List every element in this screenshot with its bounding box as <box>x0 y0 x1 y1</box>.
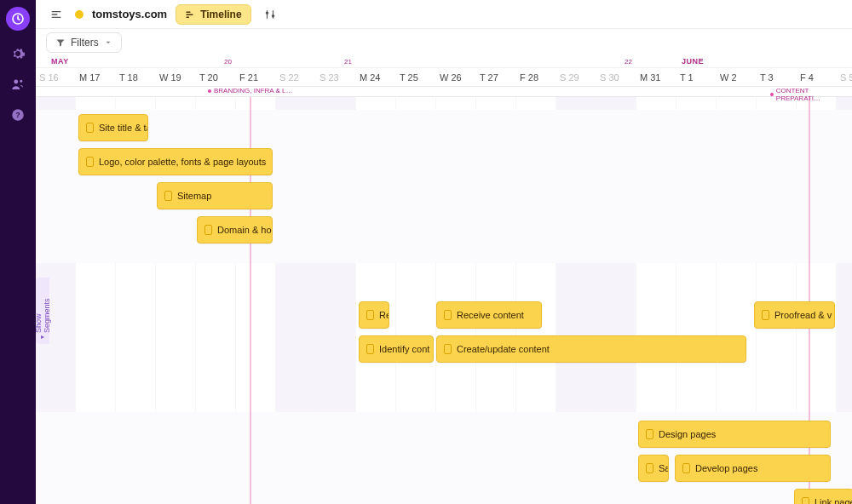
month-strip: MAYJUNE <box>36 56 852 68</box>
task-icon <box>86 123 94 133</box>
task-label: Link pages <box>815 497 852 504</box>
day-header[interactable]: S 29 <box>556 68 596 86</box>
menu-icon[interactable] <box>46 4 66 25</box>
task-icon <box>762 310 769 320</box>
day-header[interactable]: F 21 <box>236 68 276 86</box>
gear-icon[interactable] <box>10 46 26 61</box>
milestone-strip: BRANDING, INFRA & L…CONTENT PREPARATI… <box>36 87 852 97</box>
task-bar[interactable]: Develop pages <box>675 455 831 482</box>
day-header[interactable]: S 3022 <box>596 68 636 86</box>
day-header[interactable]: F 4 <box>797 68 837 86</box>
task-bar[interactable]: Sitemap <box>157 182 273 209</box>
task-icon <box>646 463 653 473</box>
task-icon <box>204 225 212 235</box>
milestone-marker[interactable]: BRANDING, INFRA & L… <box>208 87 292 94</box>
task-label: Sitemap <box>177 191 211 201</box>
header: tomstoys.com Timeline <box>36 0 852 29</box>
task-icon <box>682 463 690 473</box>
month-label: JUNE <box>682 57 704 66</box>
show-segments-tab[interactable]: Show Segments <box>36 278 49 344</box>
task-icon <box>444 310 452 320</box>
task-label: Domain & ho <box>217 225 272 235</box>
task-bar[interactable]: Sar <box>638 455 669 482</box>
day-header[interactable]: W 19 <box>156 68 196 86</box>
task-label: Design pages <box>659 429 716 439</box>
day-header[interactable]: T 1 <box>676 68 717 86</box>
project-name[interactable]: tomstoys.com <box>92 8 167 20</box>
filters-button[interactable]: Filters <box>46 32 122 53</box>
task-bar[interactable]: Link pages <box>794 489 852 504</box>
task-bar[interactable]: Identify cont <box>359 335 434 363</box>
project-color-dot <box>75 10 83 19</box>
task-label: Identify cont <box>379 344 429 354</box>
task-bar[interactable]: Logo, color palette, fonts & page layout… <box>78 148 273 175</box>
task-icon <box>366 310 374 320</box>
view-timeline-button[interactable]: Timeline <box>176 4 250 25</box>
timeline: MAYJUNE S 16M 17T 18W 19T 2020F 21S 22S … <box>36 56 852 504</box>
task-bar[interactable]: Rec <box>359 301 389 329</box>
day-header[interactable]: T 18 <box>116 68 156 86</box>
task-label: Sar <box>659 463 669 473</box>
filters-label: Filters <box>71 37 99 49</box>
svg-rect-6 <box>187 14 193 15</box>
task-label: Create/update content <box>457 344 550 354</box>
main-area: tomstoys.com Timeline Filters MAYJUNE S … <box>36 0 852 504</box>
task-label: Logo, color palette, fonts & page layout… <box>99 157 266 167</box>
task-bar[interactable]: Create/update content <box>436 335 746 363</box>
timeline-grid[interactable]: Site title & taLogo, color palette, font… <box>36 97 852 504</box>
day-header[interactable]: S 5 <box>837 68 852 86</box>
customize-icon[interactable] <box>260 4 280 25</box>
day-header[interactable]: M 24 <box>356 68 396 86</box>
day-header[interactable]: M 17 <box>76 68 116 86</box>
task-bar[interactable]: Design pages <box>638 421 831 448</box>
task-icon <box>86 157 94 167</box>
svg-point-1 <box>14 80 18 84</box>
task-bar[interactable]: Site title & ta <box>78 114 148 141</box>
day-header[interactable]: T 27 <box>476 68 516 86</box>
app-logo[interactable] <box>6 7 30 31</box>
day-header[interactable]: T 3 <box>757 68 797 86</box>
task-label: Rec <box>379 310 389 320</box>
month-label: MAY <box>51 57 69 66</box>
day-header[interactable]: F 28 <box>516 68 556 86</box>
chevron-down-icon <box>104 38 112 47</box>
people-icon[interactable] <box>10 77 26 92</box>
task-bar[interactable]: Proofread & v <box>754 301 835 329</box>
day-header[interactable]: S 22 <box>276 68 316 86</box>
svg-rect-7 <box>187 16 190 18</box>
day-header[interactable]: M 31 <box>636 68 676 86</box>
day-header[interactable]: W 2 <box>717 68 757 86</box>
svg-text:?: ? <box>15 112 20 119</box>
svg-point-9 <box>272 14 273 16</box>
date-strip: S 16M 17T 18W 19T 2020F 21S 22S 2321M 24… <box>36 68 852 87</box>
task-bar[interactable]: Domain & ho <box>197 216 273 243</box>
task-icon <box>366 344 374 354</box>
task-icon <box>164 191 172 201</box>
task-icon <box>646 429 653 439</box>
day-header[interactable]: S 2321 <box>316 68 356 86</box>
task-label: Receive content <box>457 310 524 320</box>
svg-rect-5 <box>187 11 191 13</box>
task-bar[interactable]: Receive content <box>436 301 542 329</box>
svg-point-2 <box>20 80 22 83</box>
task-icon <box>802 497 809 504</box>
help-icon[interactable]: ? <box>10 107 26 123</box>
day-header[interactable]: T 25 <box>396 68 436 86</box>
svg-point-8 <box>266 12 268 14</box>
task-label: Proofread & v <box>774 310 832 320</box>
task-icon <box>444 344 452 354</box>
filters-row: Filters <box>36 29 852 56</box>
app-sidebar: ? <box>0 0 36 504</box>
view-label: Timeline <box>200 9 241 20</box>
day-header[interactable]: W 26 <box>436 68 476 86</box>
day-header[interactable]: S 16 <box>36 68 76 86</box>
task-label: Site title & ta <box>99 123 148 133</box>
day-header[interactable]: T 2020 <box>196 68 236 86</box>
task-label: Develop pages <box>695 463 757 473</box>
